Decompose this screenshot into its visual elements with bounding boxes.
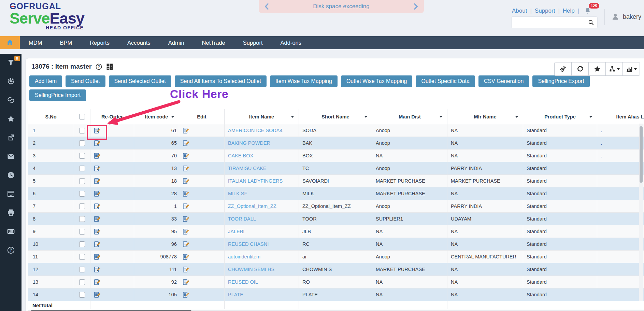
support-link[interactable]: Support — [535, 8, 555, 14]
horizontal-scrollbar[interactable] — [28, 310, 644, 311]
sidebar-printer-icon[interactable] — [7, 209, 15, 217]
sidebar-filter-icon[interactable]: 0 — [7, 58, 15, 67]
item-name-link[interactable]: JALEBI — [228, 229, 244, 234]
sidebar-keyboard-icon[interactable] — [7, 227, 15, 236]
column-chooser-icon[interactable] — [106, 63, 113, 70]
nav-item-reports[interactable]: Reports — [81, 36, 118, 49]
item-name-link[interactable]: TOOR DALL — [228, 216, 256, 222]
item-name-link[interactable]: BAKING POWDER — [228, 140, 270, 146]
item-name-link[interactable]: autoindentitem — [228, 254, 260, 259]
sidebar-clock-icon[interactable] — [7, 171, 15, 179]
nav-item-accounts[interactable]: Accounts — [118, 36, 159, 49]
about-link[interactable]: About — [512, 8, 527, 14]
column-header-main-dist[interactable]: Main Dist — [372, 109, 447, 124]
send-selected-outlet-button[interactable]: Send Selected Outlet — [109, 75, 171, 87]
reorder-edit-icon[interactable] — [94, 266, 100, 273]
search-input[interactable] — [512, 19, 588, 25]
home-button[interactable] — [0, 36, 20, 49]
alert-next-icon[interactable] — [414, 3, 418, 10]
toolbar-star-button[interactable] — [588, 62, 605, 75]
reorder-edit-icon[interactable] — [94, 254, 100, 260]
sidebar-report-window-icon[interactable] — [7, 190, 15, 198]
edit-icon[interactable] — [183, 190, 189, 197]
column-header-mfr-name[interactable]: Mfr Name — [447, 109, 523, 124]
sidebar-mail-icon[interactable] — [7, 152, 15, 160]
item-name-link[interactable]: REUSED OIL — [228, 279, 258, 285]
column-header-short-name[interactable]: Short Name — [299, 109, 372, 124]
reorder-edit-icon[interactable] — [94, 190, 100, 197]
item-name-link[interactable]: ITALIAN LADYFINGERS — [228, 178, 283, 184]
reorder-edit-icon[interactable] — [94, 279, 100, 285]
edit-icon[interactable] — [183, 203, 189, 210]
reorder-edit-icon[interactable] — [94, 153, 100, 159]
toolbar-chart-button[interactable] — [622, 62, 640, 75]
notifications-bell-icon[interactable]: 125 — [584, 7, 592, 15]
title-help-icon[interactable]: ? — [95, 63, 102, 70]
edit-icon[interactable] — [183, 228, 189, 235]
toolbar-hierarchy-button[interactable] — [605, 62, 622, 75]
nav-item-nettrade[interactable]: NetTrade — [193, 36, 234, 49]
edit-icon[interactable] — [183, 279, 189, 285]
item-name-link[interactable]: MILK SF — [228, 191, 247, 196]
nav-item-admin[interactable]: Admin — [159, 36, 193, 49]
row-checkbox[interactable] — [79, 203, 85, 209]
edit-icon[interactable] — [183, 153, 189, 159]
toolbar-refresh-button[interactable] — [571, 62, 588, 75]
alert-prev-icon[interactable] — [264, 3, 269, 10]
sidebar-help-icon[interactable]: ? — [7, 246, 15, 254]
reorder-edit-icon[interactable] — [94, 216, 100, 222]
vertical-scrollbar-thumb[interactable] — [640, 126, 643, 183]
item-name-link[interactable]: ZZ_Optional_Item_ZZ — [228, 203, 276, 209]
row-checkbox[interactable] — [79, 292, 85, 298]
edit-icon[interactable] — [183, 266, 189, 273]
item-wise-tax-mapping-button[interactable]: Item Wise Tax Mapping — [270, 75, 338, 87]
toolbar-settings-gears-button[interactable] — [555, 62, 571, 75]
outlet-wise-tax-mapping-button[interactable]: Outlet Wise Tax Mapping — [341, 75, 413, 87]
add-item-button[interactable]: Add Item — [29, 75, 62, 87]
row-checkbox[interactable] — [79, 178, 85, 184]
help-link[interactable]: Help — [563, 8, 575, 14]
edit-icon[interactable] — [183, 178, 189, 184]
row-checkbox[interactable] — [79, 191, 85, 197]
select-all-checkbox[interactable] — [79, 114, 85, 119]
reorder-edit-icon[interactable] — [94, 228, 100, 235]
edit-icon[interactable] — [183, 127, 189, 134]
row-checkbox[interactable] — [79, 153, 85, 159]
row-checkbox[interactable] — [79, 254, 85, 260]
reorder-edit-icon[interactable] — [94, 178, 100, 184]
nav-item-support[interactable]: Support — [234, 36, 272, 49]
sidebar-link-icon[interactable] — [7, 96, 15, 104]
search-icon[interactable] — [588, 19, 594, 26]
reorder-edit-icon[interactable] — [94, 241, 100, 248]
edit-icon[interactable] — [183, 140, 189, 146]
edit-icon[interactable] — [183, 165, 189, 172]
reorder-edit-icon[interactable] — [94, 292, 100, 298]
reorder-edit-icon[interactable] — [94, 203, 100, 210]
sidebar-gear-icon[interactable] — [7, 77, 15, 85]
outlet-specific-data-button[interactable]: Outlet Specific Data — [416, 75, 475, 87]
row-checkbox[interactable] — [79, 229, 85, 235]
column-header-product-type[interactable]: Product Type — [523, 109, 597, 124]
row-checkbox[interactable] — [79, 216, 85, 222]
reorder-edit-icon[interactable] — [94, 127, 100, 134]
send-outlet-button[interactable]: Send Outlet — [66, 75, 105, 87]
nav-item-bpm[interactable]: BPM — [51, 36, 81, 49]
row-checkbox[interactable] — [79, 140, 85, 146]
nav-item-add-ons[interactable]: Add-ons — [272, 36, 310, 49]
item-name-link[interactable]: CHOWMIN SEMI HS — [228, 267, 274, 272]
edit-icon[interactable] — [183, 254, 189, 260]
nav-item-mdm[interactable]: MDM — [20, 36, 51, 49]
sellingprice-import-button[interactable]: SellingPrice Import — [29, 89, 86, 101]
send-all-items-to-selected-outlet-button[interactable]: Send All Items To Selected Outlet — [175, 75, 267, 87]
sellingprice-export-button[interactable]: SellingPrice Export — [532, 75, 589, 87]
row-checkbox[interactable] — [79, 267, 85, 272]
edit-icon[interactable] — [183, 241, 189, 248]
vertical-scrollbar[interactable] — [639, 124, 643, 301]
edit-icon[interactable] — [183, 216, 189, 222]
row-checkbox[interactable] — [79, 128, 85, 133]
item-name-link[interactable]: TIRAMISU CAKE — [228, 166, 267, 171]
column-header-item-name[interactable]: Item Name — [225, 109, 299, 124]
item-name-link[interactable]: PLATE — [228, 292, 243, 297]
row-checkbox[interactable] — [79, 241, 85, 247]
csv-generation-button[interactable]: CSV Generation — [478, 75, 529, 87]
